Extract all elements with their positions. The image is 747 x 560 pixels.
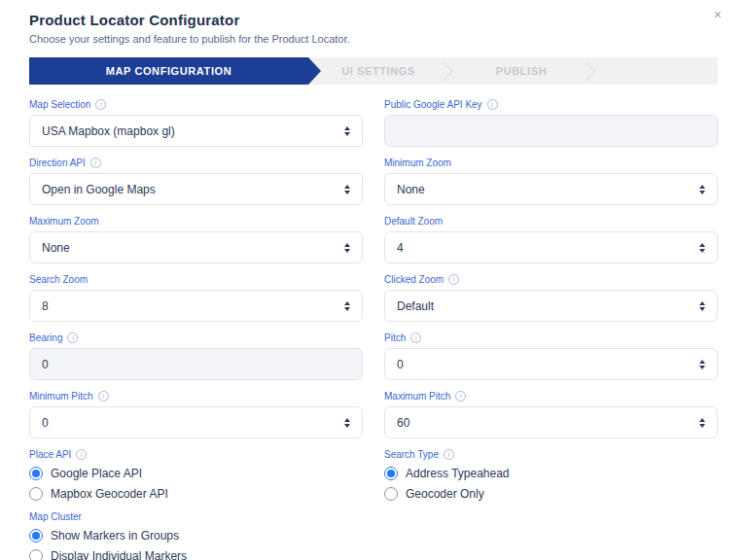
field-default-zoom: Default Zoom 4 xyxy=(384,216,718,263)
maximum-pitch-select[interactable]: 60 xyxy=(384,406,718,438)
field-label: Direction API xyxy=(29,158,86,168)
radio-unselected-icon xyxy=(384,487,398,501)
select-stepper-icon xyxy=(344,185,350,194)
info-icon[interactable]: i xyxy=(67,332,78,343)
map-selection-select[interactable]: USA Mapbox (mapbox gl) xyxy=(29,115,363,147)
minimum-pitch-select[interactable]: 0 xyxy=(29,406,363,438)
product-locator-configurator-dialog: Product Locator Configurator Choose your… xyxy=(0,0,747,560)
pitch-select[interactable]: 0 xyxy=(384,348,718,380)
field-maximum-zoom: Maximum Zoom None xyxy=(29,216,363,263)
empty-cell xyxy=(384,511,718,560)
select-value: 4 xyxy=(397,241,404,255)
direction-api-select[interactable]: Open in Google Maps xyxy=(29,173,363,205)
radio-mapbox-geocoder-api[interactable]: Mapbox Geocoder API xyxy=(29,487,363,501)
field-minimum-zoom: Minimum Zoom None xyxy=(384,158,718,205)
public-google-api-key-input[interactable] xyxy=(384,115,718,147)
select-stepper-icon xyxy=(699,301,705,311)
select-stepper-icon xyxy=(699,185,705,194)
field-label: Public Google API Key xyxy=(384,99,482,110)
select-stepper-icon xyxy=(344,126,350,136)
field-public-google-api-key: Public Google API Key i xyxy=(384,99,718,147)
settings-form: Map Selection i USA Mapbox (mapbox gl) P… xyxy=(29,99,718,560)
select-stepper-icon xyxy=(344,301,350,311)
radio-display-individual-markers[interactable]: Display Individual Markers xyxy=(29,549,363,560)
field-place-api: Place API i Google Place API Mapbox Geoc… xyxy=(29,449,363,501)
minimum-zoom-select[interactable]: None xyxy=(384,173,718,205)
select-value: 0 xyxy=(42,416,49,430)
info-icon[interactable]: i xyxy=(90,158,101,168)
info-icon[interactable]: i xyxy=(444,449,454,460)
field-label: Minimum Zoom xyxy=(384,158,451,168)
select-value: USA Mapbox (mapbox gl) xyxy=(42,124,175,138)
select-stepper-icon xyxy=(699,418,705,428)
info-icon[interactable]: i xyxy=(455,391,466,402)
field-label: Maximum Pitch xyxy=(384,391,450,402)
maximum-zoom-select[interactable]: None xyxy=(29,231,363,263)
radio-address-typeahead[interactable]: Address Typeahead xyxy=(384,467,718,480)
select-value: Default xyxy=(397,299,434,313)
close-icon[interactable]: × xyxy=(714,8,722,21)
select-stepper-icon xyxy=(699,243,705,253)
field-maximum-pitch: Maximum Pitch i 60 xyxy=(384,391,718,438)
tab-ui-settings[interactable]: UI SETTINGS xyxy=(321,57,436,85)
radio-unselected-icon xyxy=(29,549,43,560)
tab-map-configuration[interactable]: MAP CONFIGURATION xyxy=(29,57,321,85)
select-stepper-icon xyxy=(344,418,350,428)
field-search-type: Search Type i Address Typeahead Geocoder… xyxy=(384,449,718,501)
field-search-zoom: Search Zoom 8 xyxy=(29,274,363,322)
field-clicked-zoom: Clicked Zoom i Default xyxy=(384,274,718,322)
select-value: 60 xyxy=(397,416,409,430)
field-label: Maximum Zoom xyxy=(29,216,99,227)
select-value: None xyxy=(397,183,425,196)
chevron-right-icon xyxy=(435,62,452,80)
field-label: Map Cluster xyxy=(29,511,82,522)
clicked-zoom-select[interactable]: Default xyxy=(384,290,718,322)
field-bearing: Bearing i xyxy=(29,332,363,380)
field-label: Place API xyxy=(29,449,71,460)
field-direction-api: Direction API i Open in Google Maps xyxy=(29,158,363,205)
radio-show-markers-in-groups[interactable]: Show Markers in Groups xyxy=(29,529,363,542)
field-label: Search Zoom xyxy=(29,274,88,285)
field-label: Bearing xyxy=(29,332,62,343)
bearing-input[interactable] xyxy=(29,348,363,380)
field-label: Clicked Zoom xyxy=(384,274,444,285)
field-label: Map Selection xyxy=(29,99,90,110)
info-icon[interactable]: i xyxy=(410,332,421,343)
select-value: 0 xyxy=(397,358,404,371)
select-value: 8 xyxy=(42,299,49,313)
info-icon[interactable]: i xyxy=(98,391,109,402)
info-icon[interactable]: i xyxy=(95,99,106,110)
radio-google-place-api[interactable]: Google Place API xyxy=(29,467,363,480)
info-icon[interactable]: i xyxy=(76,449,87,460)
info-icon[interactable]: i xyxy=(487,99,498,110)
field-label: Search Type xyxy=(384,449,439,460)
search-zoom-select[interactable]: 8 xyxy=(29,290,363,322)
select-stepper-icon xyxy=(344,243,350,253)
default-zoom-select[interactable]: 4 xyxy=(384,231,718,263)
page-subtitle: Choose your settings and feature to publ… xyxy=(29,33,718,45)
select-stepper-icon xyxy=(699,360,705,369)
wizard-tabbar: MAP CONFIGURATION UI SETTINGS PUBLISH xyxy=(29,57,718,85)
radio-geocoder-only[interactable]: Geocoder Only xyxy=(384,487,718,501)
info-icon[interactable]: i xyxy=(448,274,459,285)
field-map-cluster: Map Cluster Show Markers in Groups Displ… xyxy=(29,511,363,560)
field-label: Minimum Pitch xyxy=(29,391,93,402)
field-pitch: Pitch i 0 xyxy=(384,332,718,380)
field-minimum-pitch: Minimum Pitch i 0 xyxy=(29,391,363,438)
field-label: Default Zoom xyxy=(384,216,443,227)
radio-selected-icon xyxy=(29,529,43,542)
select-value: Open in Google Maps xyxy=(42,183,156,196)
radio-selected-icon xyxy=(29,467,43,480)
chevron-right-icon xyxy=(578,62,595,80)
radio-unselected-icon xyxy=(29,487,43,501)
tab-publish[interactable]: PUBLISH xyxy=(464,57,579,85)
field-map-selection: Map Selection i USA Mapbox (mapbox gl) xyxy=(29,99,363,147)
select-value: None xyxy=(42,241,70,255)
page-title: Product Locator Configurator xyxy=(29,12,718,28)
radio-selected-icon xyxy=(384,467,398,480)
field-label: Pitch xyxy=(384,332,406,343)
